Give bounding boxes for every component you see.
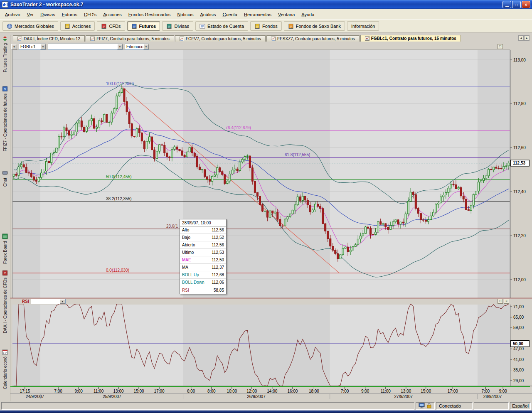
chart-tab-fcev7[interactable]: FCEV7, Contrato para futuros, 5 minutos bbox=[175, 35, 266, 42]
chart-tab-icon bbox=[180, 37, 184, 41]
svg-text:11:00: 11:00 bbox=[94, 389, 104, 393]
minimize-button[interactable] bbox=[502, 1, 511, 8]
tooltip-title: 28/09/07, 10:00 bbox=[180, 219, 226, 226]
calendar-icon bbox=[2, 349, 8, 355]
sidebar-item-label: Calendario econó bbox=[3, 356, 7, 389]
workspace: Futures Trading$FFIZ7 - Operaciones de f… bbox=[0, 35, 532, 401]
sidebar-item-dax-i-operaciones-de-cfds[interactable]: CDAX.I - Operaciones de CFDs bbox=[0, 269, 10, 348]
toolbar-acciones-button[interactable]: Acciones bbox=[60, 21, 95, 31]
svg-text:29,00: 29,00 bbox=[513, 379, 524, 383]
overlay-combo-arrow-icon[interactable]: ▼ bbox=[143, 44, 149, 49]
window-title: SaxoTrader 2 - workspace.ok.7 bbox=[10, 2, 502, 7]
price-chart-canvas[interactable]: 100.0(112,880)76.4(112,679)61.8(112,555)… bbox=[10, 42, 532, 401]
menu-archivo[interactable]: Archivo bbox=[2, 10, 24, 19]
svg-text:16:00: 16:00 bbox=[287, 389, 298, 393]
svg-text:15:00: 15:00 bbox=[421, 389, 431, 393]
svg-text:C: C bbox=[4, 271, 6, 275]
svg-text:10:00: 10:00 bbox=[227, 389, 237, 393]
maximize-chart-button[interactable]: □ bbox=[498, 44, 503, 49]
svg-text:38.2(112,355): 38.2(112,355) bbox=[106, 197, 132, 201]
menu-análisis[interactable]: Análisis bbox=[197, 10, 219, 19]
status-spacer-panel bbox=[474, 402, 509, 410]
tooltip-row-abierto: Abierto112,56 bbox=[180, 241, 226, 249]
rsi-combo[interactable]: ▼ bbox=[31, 299, 66, 304]
window-buttons: □ × bbox=[502, 1, 530, 8]
close-rsi-button[interactable]: × bbox=[504, 299, 509, 304]
menu-ver[interactable]: Ver bbox=[24, 10, 37, 19]
sidebar-item-label: Chat bbox=[3, 178, 7, 187]
toolbar-información-button[interactable]: Información bbox=[347, 21, 379, 31]
toolbar-cfds-button[interactable]: CFDs bbox=[97, 21, 125, 31]
panel-menu-button[interactable]: ▼ bbox=[11, 44, 17, 50]
menu-cuenta[interactable]: Cuenta bbox=[219, 10, 240, 19]
chart-tab-icon bbox=[365, 36, 369, 41]
futures-trading-icon bbox=[2, 36, 8, 42]
toolbar-mercados-globales-button[interactable]: Mercados Globales bbox=[2, 21, 58, 31]
chart-tab-fesxz7[interactable]: FESXZ7, Contrato para futuros, 5 minutos bbox=[266, 35, 360, 42]
tab-scroll-left-button[interactable]: ◄ bbox=[518, 35, 524, 41]
toolbar-futuros-button[interactable]: Futuros bbox=[127, 21, 160, 31]
svg-text:76.4(112,679): 76.4(112,679) bbox=[225, 125, 251, 130]
study-combo-arrow-icon[interactable]: ▼ bbox=[117, 44, 123, 49]
tooltip-row-label: BOLL Down bbox=[182, 280, 204, 285]
sidebar-item-ffiz7-operaciones-de-futuros[interactable]: $FFIZ7 - Operaciones de futuros bbox=[0, 85, 10, 170]
menu-acciones[interactable]: Acciones bbox=[100, 10, 125, 19]
sidebar-item-futures-trading[interactable]: Futures Trading bbox=[0, 35, 10, 85]
sidebar-item-forex-board[interactable]: Forex Board bbox=[0, 233, 10, 269]
menu-cfd-s[interactable]: CFD's bbox=[81, 10, 100, 19]
svg-text:8:00: 8:00 bbox=[207, 389, 216, 393]
maximize-button[interactable]: □ bbox=[512, 1, 521, 8]
chart-tab-dax-i[interactable]: DAX.I, Índice CFD, Minutos:12 bbox=[13, 35, 85, 42]
svg-text:112,60: 112,60 bbox=[513, 145, 526, 150]
close-button[interactable]: × bbox=[522, 1, 530, 8]
menu-noticias[interactable]: Noticias bbox=[174, 10, 197, 19]
sidebar-item-calendario-econó[interactable]: Calendario econó bbox=[0, 348, 10, 401]
menu-ventana[interactable]: Ventana bbox=[275, 10, 298, 19]
chart-tab-bar: DAX.I, Índice CFD, Minutos:12FFIZ7, Cont… bbox=[10, 35, 532, 42]
toolbar-fondos-de-saxo-bank-button[interactable]: Fondos de Saxo Bank bbox=[284, 21, 345, 31]
tooltip-row-label: RSI bbox=[182, 288, 189, 293]
overlay-combo-value: Fibonacci bbox=[125, 44, 143, 49]
svg-text:17:00: 17:00 bbox=[448, 389, 458, 393]
toolbar-fondos-button[interactable]: Fondos bbox=[250, 21, 282, 31]
study-combo[interactable]: ▼ bbox=[48, 44, 123, 50]
sidebar-item-chat[interactable]: Chat bbox=[0, 170, 10, 233]
overlay-combo[interactable]: Fibonacci ▼ bbox=[125, 44, 149, 50]
language-label: Español bbox=[512, 403, 529, 408]
chart-tab-ffiz7[interactable]: FFIZ7, Contrato para futuros, 5 minutos bbox=[86, 35, 174, 42]
chart-tab-icon bbox=[17, 37, 22, 41]
rsi-combo-arrow-icon[interactable]: ▼ bbox=[60, 299, 65, 304]
svg-text:14:00: 14:00 bbox=[267, 389, 277, 393]
toolbar-divisas-button[interactable]: Divisas bbox=[162, 21, 193, 31]
svg-text:15:00: 15:00 bbox=[133, 389, 144, 393]
menu-bar: ArchivoVerDivisasFuturosCFD'sAccionesFon… bbox=[0, 9, 532, 20]
menu-futuros[interactable]: Futuros bbox=[59, 10, 81, 19]
maximize-rsi-button[interactable]: □ bbox=[498, 299, 503, 304]
tooltip-row-boll-up: BOLL Up112,68 bbox=[180, 271, 226, 279]
menu-fondos-gestionados[interactable]: Fondos Gestionados bbox=[125, 10, 174, 19]
toolbar-label: Mercados Globales bbox=[15, 24, 54, 29]
module-sidebar: Futures Trading$FFIZ7 - Operaciones de f… bbox=[0, 35, 10, 401]
symbol-combo[interactable]: FGBLc1 ▼ bbox=[19, 44, 46, 50]
toolbar-label: CFDs bbox=[109, 24, 121, 29]
toolbar-estado-de-cuenta-button[interactable]: Estado de Cuenta bbox=[195, 21, 248, 31]
svg-text:41,00: 41,00 bbox=[513, 357, 524, 362]
tooltip-rows: Alto112,56Bajo112,52Abierto112,56Ultimo1… bbox=[180, 226, 226, 294]
ffiz7-icon: $ bbox=[2, 86, 8, 92]
menu-divisas[interactable]: Divisas bbox=[37, 10, 58, 19]
tooltip-row-bajo: Bajo112,52 bbox=[180, 234, 226, 241]
chart-tab-label: FCEV7, Contrato para futuros, 5 minutos bbox=[186, 37, 261, 41]
symbol-combo-arrow-icon[interactable]: ▼ bbox=[40, 44, 46, 49]
tab-scroll-right-button[interactable]: ► bbox=[524, 35, 530, 41]
tooltip-row-value: 112,50 bbox=[212, 258, 224, 262]
menu-ayuda[interactable]: Ayuda bbox=[298, 10, 318, 19]
menu-herramientas[interactable]: Herramientas bbox=[241, 10, 275, 19]
session-bands bbox=[12, 50, 510, 386]
svg-text:28/9/2007: 28/9/2007 bbox=[483, 394, 502, 399]
svg-text:12:00: 12:00 bbox=[246, 389, 257, 393]
svg-text:17:00: 17:00 bbox=[154, 389, 165, 393]
svg-text:7:00: 7:00 bbox=[54, 389, 62, 393]
chart-tab-fgblc1[interactable]: FGBLc1, Contrato para futuros, 15 minuto… bbox=[360, 35, 461, 42]
tooltip-row-value: 112,37 bbox=[212, 265, 224, 270]
language-selector[interactable]: Español bbox=[510, 402, 531, 410]
